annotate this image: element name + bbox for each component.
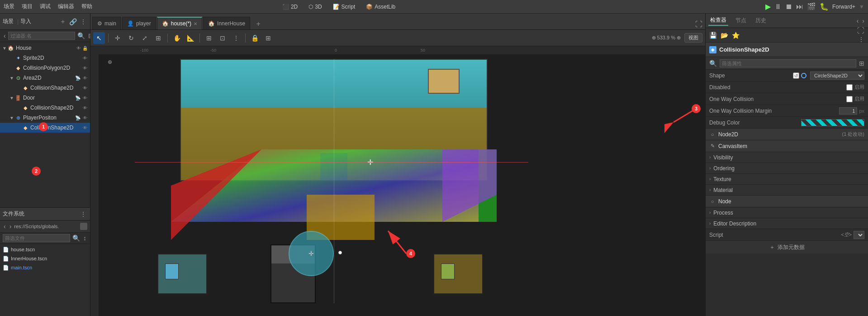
subsection-texture[interactable]: › Texture: [706, 174, 868, 185]
inspector-favorite-button[interactable]: ⭐: [731, 31, 740, 40]
zoom-reset[interactable]: ⊕: [677, 35, 681, 40]
link-node-button[interactable]: 🔗: [68, 17, 78, 27]
file-item-main[interactable]: 📄 main.tscn: [0, 263, 90, 272]
files-forward-button[interactable]: ›: [9, 222, 13, 231]
tab-house-close[interactable]: ✕: [194, 21, 197, 26]
house-lock-icon[interactable]: 🔒: [82, 45, 88, 51]
movie-button[interactable]: 🎬: [807, 2, 816, 11]
prop-owc-checkbox[interactable]: [846, 96, 853, 102]
subsection-material[interactable]: › Material: [706, 185, 868, 196]
2d-mode-button[interactable]: ⬛ 2D: [280, 3, 300, 11]
tree-item-collision-area[interactable]: ▶ ◆ CollisionShape2D 👁: [0, 83, 90, 93]
stop-button[interactable]: ⏹: [785, 3, 792, 11]
inspector-save-button[interactable]: 💾: [708, 31, 718, 40]
tab-innerhouse[interactable]: 🏠 InnerHouse: [203, 17, 250, 29]
inspector-filter-search-btn[interactable]: 🔍: [708, 59, 718, 68]
cs-door-vis-icon[interactable]: 👁: [82, 105, 88, 111]
file-item-house[interactable]: 📄 house.tscn: [0, 245, 90, 254]
subsection-process[interactable]: › Process: [706, 207, 868, 218]
area2d-vis-icon[interactable]: 👁: [82, 75, 88, 81]
subsection-ordering[interactable]: › Ordering: [706, 163, 868, 174]
select-tool[interactable]: ↖: [93, 32, 105, 44]
grid-toggle[interactable]: ⊞: [203, 32, 215, 44]
subsection-visibility[interactable]: › Visibility: [706, 152, 868, 163]
inspector-prev-button[interactable]: ‹: [856, 16, 860, 25]
tree-item-house[interactable]: ▼ 🏠 House 👁 🔒: [0, 43, 90, 53]
inspector-tab-inspector[interactable]: 检查器: [708, 15, 728, 26]
menu-help[interactable]: 帮助: [81, 3, 92, 10]
tab-player[interactable]: 👤 player: [122, 17, 156, 29]
files-filter-search[interactable]: 🔍: [71, 234, 81, 243]
maximize-viewport-button[interactable]: ⛶: [694, 19, 703, 29]
inspector-tab-history[interactable]: 历史: [754, 16, 768, 25]
inspector-filter-input[interactable]: [720, 59, 856, 67]
files-back-button[interactable]: ‹: [3, 222, 7, 231]
transform-tool[interactable]: ⊞: [152, 32, 164, 44]
lock-toggle[interactable]: 🔒: [249, 32, 261, 44]
filter-search-button[interactable]: 🔍: [76, 31, 86, 40]
inspector-expand-button[interactable]: ⛶: [857, 27, 864, 35]
scene-filter-input[interactable]: [8, 32, 75, 40]
section-canvas-item[interactable]: ✎ CanvasItem: [706, 140, 868, 152]
door-vis-icon[interactable]: 👁: [82, 95, 88, 101]
script-mode-button[interactable]: 📝 Script: [330, 3, 358, 11]
ruler-tool[interactable]: 📐: [185, 32, 196, 44]
section-node[interactable]: ○ Node: [706, 196, 868, 207]
subsection-editor-desc[interactable]: › Editor Description: [706, 218, 868, 229]
menu-debug[interactable]: 调试: [40, 3, 51, 10]
menu-project[interactable]: 项目: [22, 3, 33, 10]
add-metadata-button[interactable]: ＋ 添加元数据: [706, 241, 868, 254]
tab-house[interactable]: 🏠 house(*) ✕: [157, 17, 202, 29]
tree-item-collisionpolygon2d[interactable]: ▶ ◆ CollisionPolygon2D 👁: [0, 63, 90, 73]
assetlib-mode-button[interactable]: 📦 AssetLib: [363, 3, 398, 11]
tree-item-area2d[interactable]: ▼ ⊙ Area2D 📡 👁: [0, 73, 90, 83]
script-dropdown[interactable]: [854, 231, 864, 239]
step-button[interactable]: ⏭: [796, 3, 803, 11]
add-node-button[interactable]: ＋: [59, 17, 67, 27]
inspector-filter-options[interactable]: ⊞: [858, 59, 865, 68]
menu-editor[interactable]: 编辑器: [58, 3, 74, 10]
group-toggle[interactable]: ⊞: [262, 32, 274, 44]
tab-add-button[interactable]: +: [253, 19, 264, 29]
tab-main[interactable]: ⚙ main: [92, 17, 121, 29]
move-tool[interactable]: ✛: [112, 32, 123, 44]
prop-owcm-input[interactable]: [839, 107, 857, 115]
house-vis-icon[interactable]: 👁: [76, 45, 82, 51]
files-filter-sort[interactable]: ↕: [82, 234, 87, 243]
cs-area-vis-icon[interactable]: 👁: [82, 85, 88, 91]
tree-item-collision-door[interactable]: ▶ ◆ CollisionShape2D 👁: [0, 103, 90, 113]
view-menu-button[interactable]: 视图: [684, 33, 702, 43]
snap-menu[interactable]: ⋮: [230, 32, 242, 44]
play-button[interactable]: ▶: [765, 2, 771, 11]
tree-item-playerposition[interactable]: ▼ ⊕ PlayerPositon 📡 👁: [0, 113, 90, 123]
prop-dc-color-swatch[interactable]: [801, 119, 864, 126]
sprite2d-vis-icon[interactable]: 👁: [82, 55, 88, 61]
tree-item-sprite2d[interactable]: ▶ ✦ Sprite2D 👁: [0, 53, 90, 63]
inspector-tab-node[interactable]: 节点: [734, 16, 748, 25]
viewport[interactable]: -100 -50 0 50 ⊕: [90, 46, 705, 316]
tree-item-door[interactable]: ▼ 🚪 Door 📡 👁: [0, 93, 90, 103]
prop-disabled-checkbox[interactable]: [846, 84, 853, 91]
section-node2d[interactable]: ○ Node2D (1 处改动): [706, 129, 868, 140]
tree-item-collision-pp[interactable]: ▶ ◆ CollisionShape2D 👁: [0, 123, 90, 133]
pause-button[interactable]: ⏸: [774, 3, 782, 11]
debug-button[interactable]: 🐛: [820, 2, 829, 11]
prop-shape-reset[interactable]: ↺: [793, 72, 799, 79]
file-item-innerhouse[interactable]: 📄 InnerHouse.tscn: [0, 254, 90, 263]
pp-vis-icon[interactable]: 👁: [82, 115, 88, 121]
filter-back-button[interactable]: ‹: [3, 31, 7, 40]
scale-tool[interactable]: ⤢: [139, 32, 151, 44]
menu-scene[interactable]: 场景: [4, 3, 14, 10]
snap-toggle[interactable]: ⊡: [217, 32, 228, 44]
rotate-tool[interactable]: ↻: [125, 32, 137, 44]
files-dots-button[interactable]: ⋮: [79, 210, 87, 219]
scene-dots-button[interactable]: ⋮: [79, 17, 87, 27]
files-filter-input[interactable]: [3, 234, 70, 242]
pan-tool[interactable]: ✋: [171, 32, 183, 44]
prop-shape-select[interactable]: CircleShape2D: [810, 72, 864, 80]
3d-mode-button[interactable]: ⬡ 3D: [306, 3, 324, 11]
cp2d-vis-icon[interactable]: 👁: [82, 65, 88, 71]
inspector-load-button[interactable]: 📂: [720, 31, 729, 40]
inspector-next-button[interactable]: ›: [861, 16, 865, 25]
cs-pp-vis-icon[interactable]: 👁: [82, 124, 88, 131]
